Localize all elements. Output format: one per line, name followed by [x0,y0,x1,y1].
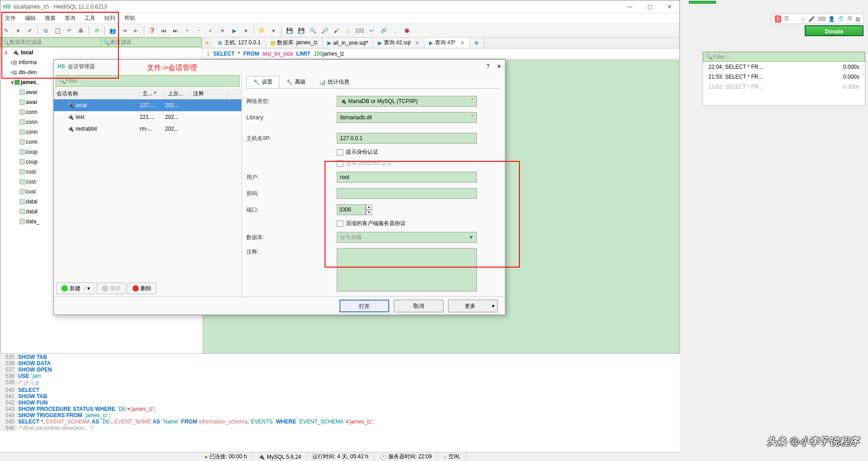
zoom-icon[interactable]: 🔍 [307,25,318,36]
host-input[interactable] [337,133,477,144]
compress-checkbox[interactable] [337,221,343,227]
folder-icon[interactable]: 📁 [256,25,267,36]
star-icon[interactable]: ★ [205,40,210,46]
paste-icon[interactable]: 📋 [52,25,63,36]
tab-database[interactable]: ▦数据库: james_lz [266,38,323,48]
menu-query[interactable]: 查询 [60,14,80,22]
menu-help[interactable]: 帮助 [120,14,140,22]
new-button[interactable]: 新建▾ [57,282,95,294]
db-filter[interactable]: 🔍 数据库过滤器 [0,38,101,47]
print-icon[interactable]: 🖶 [75,25,86,36]
users-icon[interactable]: 👥 [107,25,118,36]
semi-icon[interactable]: ; [390,25,401,36]
pencil-icon[interactable]: ✐ [24,25,35,36]
undo-icon[interactable]: ↶ [64,25,75,36]
wand-icon[interactable]: ✎ [1,25,12,36]
help-icon[interactable]: ❓ [146,25,157,36]
export-icon[interactable]: ⇥ [119,25,130,36]
tab-query[interactable]: ▶all_in_one.sql* [323,38,373,48]
stop-icon[interactable]: ⬣ [401,25,412,36]
sql-editor[interactable]: 1 SELECT * FROM test_trx_lock LIMIT 100 … [202,48,679,59]
last-icon[interactable]: ⏭ [170,25,181,36]
history-row[interactable]: 21:53: SELECT * FR...0.000s [703,72,865,82]
keyboard-icon[interactable]: ⌨ [818,16,826,22]
user-input[interactable] [337,172,477,183]
user-icon[interactable]: 👤 [828,16,835,22]
dropdown-icon[interactable]: ▾ [268,25,279,36]
shirt-icon[interactable]: 👕 [838,16,844,22]
spin-down-icon[interactable]: ▾ [366,210,372,215]
history-row[interactable]: 22:04: SELECT * FR...0.000s [703,62,865,72]
menu-goto[interactable]: 转到 [100,14,120,22]
session-row[interactable]: 🔌 redrabbitrm-...202... [54,123,241,135]
tab-query[interactable]: ▶查询 #3*✕ [425,38,469,48]
plus-icon[interactable]: ＋ [182,25,193,36]
minus-icon[interactable]: － [193,25,204,36]
col-name[interactable]: 会话名称 [54,90,140,98]
help-icon[interactable]: ? [486,63,490,70]
mic-icon[interactable]: 🎤 [808,16,815,22]
check-icon[interactable]: ✓ [205,25,216,36]
binary-icon[interactable]: 101 [354,25,365,36]
library-select[interactable]: libmariadb.dll˅ [337,112,477,123]
history-row[interactable]: 21:52: SELECT * FR...0.000s [703,82,865,92]
play-icon[interactable]: ▶ [229,25,240,36]
first-icon[interactable]: ⏮ [158,25,169,36]
import-icon[interactable]: ⇤ [131,25,142,36]
ime-bar[interactable]: S 英， ☺ 🎤 ⌨ 👤 👕 简 ▦ [772,14,863,24]
maximize-button[interactable]: ▢ [640,0,660,13]
cancel-button[interactable]: 取消 [394,300,443,312]
saveall-icon[interactable]: 💾 [296,25,307,36]
save-button[interactable]: 保存 [97,282,126,294]
link-icon[interactable]: 🔗 [378,25,389,36]
close-button[interactable]: ✕ [660,0,679,13]
port-input[interactable] [337,204,366,215]
more-button[interactable]: 更多▾ [448,300,498,312]
history-filter[interactable]: 🔍 Filter ... [703,52,865,62]
wrap-icon[interactable]: ↩ [366,25,377,36]
grid-icon[interactable]: ▦ [855,16,860,22]
x-icon[interactable]: ✕ [217,25,228,36]
close-icon[interactable]: ✕ [497,63,501,70]
refresh-icon[interactable]: ⟳ [91,25,102,36]
minimize-button[interactable]: — [620,0,640,13]
ime-kan[interactable]: 简 [847,15,853,23]
donate-button[interactable]: Donate [805,25,863,36]
session-row[interactable]: 🔌 local127....202... [54,99,241,111]
session-row[interactable]: 🔌 test221....202... [54,111,241,123]
brush-icon[interactable]: 🖌 [331,25,342,36]
password-input[interactable] [337,188,477,199]
delete-button[interactable]: 删除 [127,282,156,294]
col-note[interactable]: 注释 [190,90,226,98]
col-host[interactable]: 主... ^ [140,90,165,98]
query-log[interactable]: 535SHOW TAB 536SHOW DATA 537SHOW OPEN 53… [0,353,680,452]
winauth-checkbox[interactable] [337,160,343,167]
tab-advanced[interactable]: 🔧高级 [279,76,312,88]
warn-icon[interactable]: ⚠ [343,25,354,36]
tab-settings[interactable]: 🔧设置 [246,76,279,88]
find-icon[interactable]: 🔎 [319,25,330,36]
tab-host[interactable]: 🖥主机: 127.0.0.1 [212,38,266,48]
tab-statistics[interactable]: 📊统计信息 [312,76,356,88]
dropdown-icon[interactable]: ▾ [13,25,24,36]
menu-edit[interactable]: 编辑 [20,14,40,22]
close-icon[interactable]: ✕ [460,40,465,46]
tab-query[interactable]: ▶查询 #2.sql✕ [373,38,425,48]
table-filter[interactable]: 🔍 表过滤器 [101,38,202,47]
note-textarea[interactable] [337,248,477,292]
tab-new[interactable]: ⊕ [470,38,484,48]
open-button[interactable]: 打开 [340,300,389,312]
nettype-select[interactable]: 🔌 MariaDB or MySQL (TCP/IP)˅ [337,96,477,107]
col-last[interactable]: 上次... [165,90,190,98]
ime-lang[interactable]: 英 [784,15,789,23]
close-icon[interactable]: ✕ [415,40,420,46]
dropdown-icon[interactable]: ▾ [241,25,251,36]
session-filter[interactable]: 🔍 Filter ... [56,75,240,87]
copy-icon[interactable]: ⧉ [40,25,51,36]
port-spinner[interactable]: ▴▾ [337,204,500,215]
cred-checkbox[interactable] [337,149,343,155]
dbs-select[interactable]: 分号分隔▼ [337,232,477,243]
tree-root[interactable]: ∨🔌local [0,47,202,57]
session-grid[interactable]: 🔌 local127....202... 🔌 test221....202...… [54,99,241,280]
menu-tools[interactable]: 工具 [80,14,100,22]
